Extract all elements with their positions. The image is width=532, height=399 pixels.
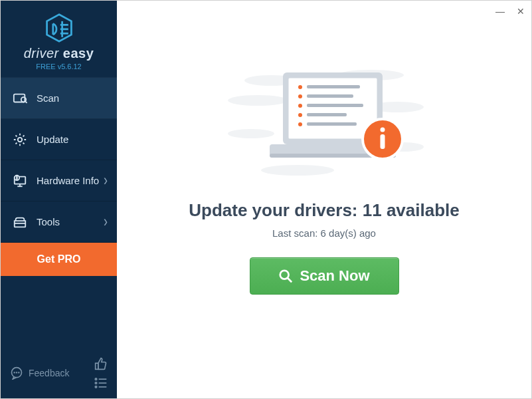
window-close[interactable]: ✕ (517, 6, 525, 17)
headline: Update your drivers: 11 available (189, 200, 460, 221)
nav-tools-label: Tools (37, 216, 60, 227)
nav-hardware-info[interactable]: i Hardware Info › (1, 160, 117, 201)
svg-rect-50 (381, 134, 385, 149)
svg-point-42 (298, 104, 302, 108)
scan-now-button[interactable]: Scan Now (250, 257, 399, 295)
svg-point-23 (95, 382, 97, 384)
svg-point-21 (95, 378, 97, 380)
nav-scan[interactable]: Scan (1, 78, 117, 119)
svg-line-8 (25, 101, 27, 102)
toolbox-icon (13, 215, 27, 229)
nav-update[interactable]: Update (1, 119, 117, 160)
nav-scan-label: Scan (37, 92, 59, 104)
nav-update-label: Update (37, 134, 68, 145)
laptop-illustration (218, 61, 430, 183)
brand-block: driver easy FREE v5.6.12 (1, 1, 117, 78)
nav: Scan Update i Hardware Inf (1, 78, 117, 350)
svg-rect-45 (307, 113, 347, 116)
svg-rect-39 (307, 85, 360, 88)
gear-icon (13, 132, 27, 147)
chevron-right-icon: › (104, 213, 108, 231)
svg-point-31 (228, 129, 274, 138)
magnifier-icon (278, 269, 293, 283)
monitor-info-icon: i (13, 174, 27, 188)
feedback-button[interactable]: Feedback (10, 366, 69, 380)
svg-point-25 (95, 386, 97, 388)
svg-rect-47 (307, 122, 357, 126)
main-content: Update your drivers: 11 available Last s… (117, 1, 531, 398)
svg-point-38 (298, 85, 302, 89)
scan-now-label: Scan Now (300, 267, 369, 285)
svg-line-52 (288, 278, 292, 282)
app-logo-icon (44, 13, 74, 43)
svg-rect-20 (96, 363, 98, 369)
svg-point-33 (261, 165, 334, 176)
sidebar: driver easy FREE v5.6.12 Scan Update (1, 1, 117, 398)
svg-point-9 (18, 137, 22, 141)
svg-rect-41 (307, 94, 353, 98)
window-controls: — ✕ (495, 6, 525, 17)
svg-point-49 (381, 128, 385, 132)
last-scan-text: Last scan: 6 day(s) ago (272, 227, 376, 239)
get-pro-button[interactable]: Get PRO (1, 243, 117, 276)
app-version: FREE v5.6.12 (1, 63, 117, 70)
sidebar-footer: Feedback (1, 350, 117, 398)
svg-point-18 (17, 372, 17, 373)
thumbs-up-icon[interactable] (94, 357, 108, 370)
nav-tools[interactable]: Tools › (1, 201, 117, 243)
app-name: driver easy (1, 46, 117, 61)
window-minimize[interactable]: — (495, 6, 505, 17)
footer-right-icons (94, 357, 108, 389)
svg-rect-43 (307, 104, 363, 107)
list-icon[interactable] (94, 377, 108, 389)
svg-point-29 (228, 95, 288, 106)
svg-text:i: i (17, 176, 17, 180)
svg-point-17 (14, 372, 15, 373)
svg-point-51 (280, 271, 289, 279)
nav-hardware-info-label: Hardware Info (37, 175, 99, 186)
feedback-label: Feedback (29, 368, 69, 378)
svg-point-46 (298, 122, 302, 126)
svg-point-40 (298, 94, 302, 98)
chevron-right-icon: › (104, 172, 108, 190)
svg-point-44 (298, 113, 302, 117)
chat-icon (10, 366, 23, 380)
svg-marker-0 (46, 15, 71, 41)
svg-rect-6 (14, 94, 25, 102)
svg-point-19 (19, 372, 19, 373)
scan-icon (13, 91, 27, 106)
